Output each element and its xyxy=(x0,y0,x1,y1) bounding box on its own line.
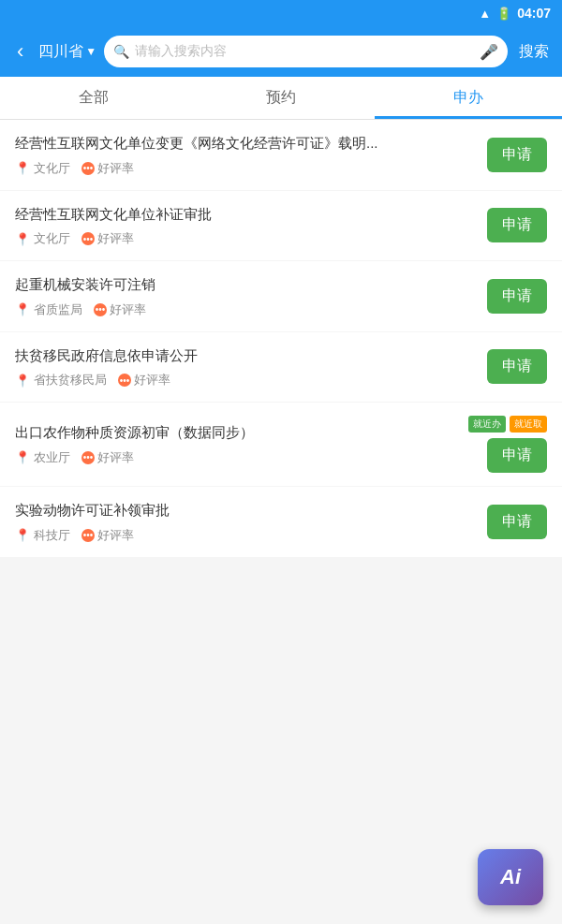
list-item: 实验动物许可证补领审批 📍 科技厅 ••• 好评率 申请 xyxy=(0,487,562,557)
rating-info: ••• 好评率 xyxy=(81,160,134,177)
rating-info: ••• 好评率 xyxy=(94,301,146,318)
item-meta: 📍 农业厅 ••• 好评率 xyxy=(15,449,457,466)
item-meta: 📍 文化厅 ••• 好评率 xyxy=(15,230,476,247)
rating-dot: ••• xyxy=(81,451,95,464)
rating-label: 好评率 xyxy=(97,160,134,177)
rating-info: ••• 好评率 xyxy=(81,449,134,466)
dept-name: 科技厅 xyxy=(34,527,70,544)
rating-info: ••• 好评率 xyxy=(81,527,134,544)
location-icon: 📍 xyxy=(15,302,30,316)
list-item: 经营性互联网文化单位补证审批 📍 文化厅 ••• 好评率 申请 xyxy=(0,191,562,261)
dept-name: 文化厅 xyxy=(34,230,70,247)
location-icon: 📍 xyxy=(15,528,30,542)
item-content: 实验动物许可证补领审批 📍 科技厅 ••• 好评率 xyxy=(15,500,476,544)
apply-button[interactable]: 申请 xyxy=(487,505,547,539)
status-time: 04:07 xyxy=(517,6,551,21)
rating-label: 好评率 xyxy=(110,301,146,318)
rating-dot: ••• xyxy=(81,529,95,542)
rating-label: 好评率 xyxy=(97,449,134,466)
tab-all[interactable]: 全部 xyxy=(0,77,187,119)
status-bar: ▲ 🔋 04:07 xyxy=(0,0,562,26)
location-icon: 📍 xyxy=(15,161,30,175)
region-arrow: ▼ xyxy=(85,45,96,58)
item-meta: 📍 科技厅 ••• 好评率 xyxy=(15,527,476,544)
dept-name: 省质监局 xyxy=(34,301,82,318)
rating-info: ••• 好评率 xyxy=(118,372,170,389)
tab-appointment[interactable]: 预约 xyxy=(187,77,375,119)
list-item: 经营性互联网文化单位变更《网络文化经营许可证》载明... 📍 文化厅 ••• 好… xyxy=(0,120,562,190)
item-content: 扶贫移民政府信息依申请公开 📍 省扶贫移民局 ••• 好评率 xyxy=(15,345,476,389)
item-meta: 📍 省扶贫移民局 ••• 好评率 xyxy=(15,372,476,389)
rating-info: ••• 好评率 xyxy=(81,230,134,247)
item-tags: 就近办就近取 xyxy=(468,416,547,433)
search-bar[interactable]: 🔍 请输入搜索内容 🎤 xyxy=(104,36,508,67)
item-right: 申请 xyxy=(487,279,547,314)
item-meta: 📍 文化厅 ••• 好评率 xyxy=(15,160,476,177)
rating-label: 好评率 xyxy=(134,372,170,389)
list-item: 扶贫移民政府信息依申请公开 📍 省扶贫移民局 ••• 好评率 申请 xyxy=(0,332,562,403)
item-meta: 📍 省质监局 ••• 好评率 xyxy=(15,301,476,318)
ai-fab-button[interactable]: Ai xyxy=(478,849,543,905)
item-dept: 📍 省质监局 xyxy=(15,301,82,318)
location-icon: 📍 xyxy=(15,374,30,388)
item-content: 起重机械安装许可注销 📍 省质监局 ••• 好评率 xyxy=(15,274,476,318)
item-title: 起重机械安装许可注销 xyxy=(15,274,476,296)
rating-dot: ••• xyxy=(81,162,95,175)
signal-icon: ▲ xyxy=(479,7,491,21)
item-dept: 📍 文化厅 xyxy=(15,230,70,247)
item-title: 出口农作物种质资源初审（数据同步） xyxy=(15,422,457,444)
item-right: 申请 xyxy=(487,349,547,384)
item-right: 申请 xyxy=(487,208,547,242)
item-right: 就近办就近取 申请 xyxy=(468,416,547,473)
dept-name: 省扶贫移民局 xyxy=(34,372,107,389)
search-placeholder[interactable]: 请输入搜索内容 xyxy=(135,43,474,60)
tabs: 全部 预约 申办 xyxy=(0,77,562,120)
header: ‹ 四川省 ▼ 🔍 请输入搜索内容 🎤 搜索 xyxy=(0,26,562,77)
search-icon: 🔍 xyxy=(113,44,129,59)
item-title: 扶贫移民政府信息依申请公开 xyxy=(15,345,476,367)
list-item: 起重机械安装许可注销 📍 省质监局 ••• 好评率 申请 xyxy=(0,261,562,331)
list-item: 出口农作物种质资源初审（数据同步） 📍 农业厅 ••• 好评率 就近办就近取 申… xyxy=(0,403,562,486)
search-button[interactable]: 搜索 xyxy=(515,42,553,62)
back-button[interactable]: ‹ xyxy=(9,36,31,67)
item-tag: 就近取 xyxy=(510,416,547,433)
item-dept: 📍 文化厅 xyxy=(15,160,70,177)
location-icon: 📍 xyxy=(15,232,30,246)
rating-dot: ••• xyxy=(81,232,95,245)
region-selector[interactable]: 四川省 ▼ xyxy=(38,42,96,62)
apply-button[interactable]: 申请 xyxy=(487,349,547,384)
apply-button[interactable]: 申请 xyxy=(487,438,547,473)
item-title: 实验动物许可证补领审批 xyxy=(15,500,476,521)
apply-button[interactable]: 申请 xyxy=(487,208,547,242)
item-dept: 📍 农业厅 xyxy=(15,449,70,466)
apply-button[interactable]: 申请 xyxy=(487,138,547,172)
item-right: 申请 xyxy=(487,505,547,539)
rating-dot: ••• xyxy=(94,303,107,316)
item-list: 经营性互联网文化单位变更《网络文化经营许可证》载明... 📍 文化厅 ••• 好… xyxy=(0,120,562,557)
ai-fab-label: Ai xyxy=(500,865,521,889)
mic-icon[interactable]: 🎤 xyxy=(480,43,498,61)
item-dept: 📍 省扶贫移民局 xyxy=(15,372,107,389)
dept-name: 农业厅 xyxy=(34,449,70,466)
rating-label: 好评率 xyxy=(97,527,134,544)
item-dept: 📍 科技厅 xyxy=(15,527,70,544)
region-label: 四川省 xyxy=(38,42,83,62)
item-title: 经营性互联网文化单位变更《网络文化经营许可证》载明... xyxy=(15,133,476,154)
item-content: 出口农作物种质资源初审（数据同步） 📍 农业厅 ••• 好评率 xyxy=(15,422,457,466)
battery-icon: 🔋 xyxy=(496,7,511,21)
tab-apply[interactable]: 申办 xyxy=(375,77,562,119)
dept-name: 文化厅 xyxy=(34,160,70,177)
item-title: 经营性互联网文化单位补证审批 xyxy=(15,204,476,226)
item-content: 经营性互联网文化单位补证审批 📍 文化厅 ••• 好评率 xyxy=(15,204,476,248)
location-icon: 📍 xyxy=(15,450,30,464)
apply-button[interactable]: 申请 xyxy=(487,279,547,314)
item-content: 经营性互联网文化单位变更《网络文化经营许可证》载明... 📍 文化厅 ••• 好… xyxy=(15,133,476,177)
item-right: 申请 xyxy=(487,138,547,172)
rating-dot: ••• xyxy=(118,374,131,387)
item-tag: 就近办 xyxy=(468,416,506,433)
rating-label: 好评率 xyxy=(97,230,134,247)
